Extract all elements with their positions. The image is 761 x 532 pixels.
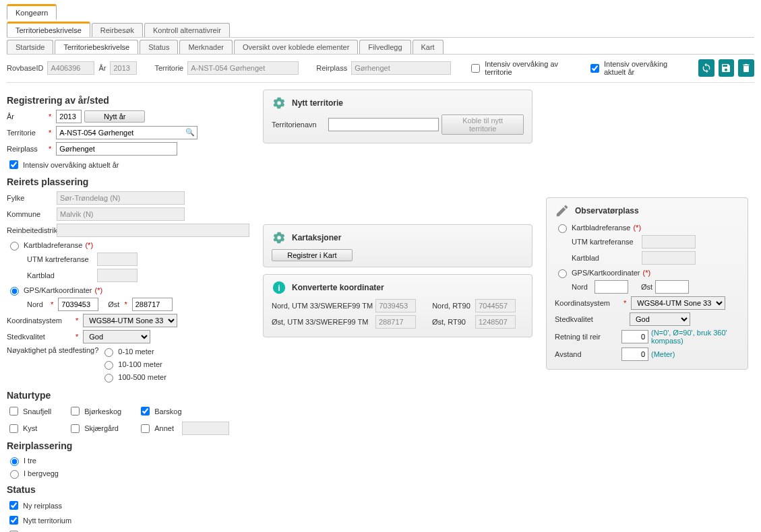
tab-merknader[interactable]: Merknader — [179, 40, 233, 54]
save-button[interactable] — [719, 59, 735, 77]
noy-10-100-radio[interactable] — [104, 361, 113, 370]
tab-filvedlegg[interactable]: Filvedlegg — [359, 40, 410, 54]
retning-field[interactable] — [621, 330, 648, 343]
kartaksjoner-panel: Kartaksjoner Registrer i Kart — [263, 224, 532, 267]
kommune-field — [57, 207, 185, 221]
obs-ost-field[interactable] — [655, 280, 689, 294]
paren-star: (*) — [633, 224, 641, 232]
koble-button[interactable]: Koble til nytt territorie — [442, 114, 524, 135]
itre-radio[interactable] — [10, 457, 19, 466]
nord-rt-label: Nord, RT90 — [432, 302, 473, 310]
nytt-ar-button[interactable]: Nytt år — [84, 110, 145, 123]
noy-100-500-radio[interactable] — [104, 374, 113, 383]
ost-field[interactable] — [132, 298, 173, 311]
retning-label: Retning til reir — [555, 333, 619, 341]
obs-utm-field — [642, 235, 696, 248]
nytt-terr-title: Nytt territorie — [292, 98, 343, 108]
konverterte-title: Konverterte koordinater — [292, 283, 384, 292]
noy-10-100-label: 10-100 meter — [118, 360, 162, 368]
koordsys-select[interactable]: WGS84-UTM Sone 33 — [83, 314, 177, 327]
nord-field[interactable] — [58, 298, 98, 311]
required-indicator: * — [49, 145, 51, 153]
svg-text:i: i — [278, 283, 280, 293]
ar-label: År — [98, 64, 106, 72]
registrer-kart-button[interactable]: Registrer i Kart — [272, 249, 353, 261]
bjork-checkbox[interactable] — [71, 407, 80, 415]
kyst-checkbox[interactable] — [9, 424, 18, 433]
tab-main-kongeorn[interactable]: Kongeørn — [7, 4, 57, 20]
konverterte-panel: i Konverterte koordinater Nord, UTM 33/S… — [263, 274, 532, 337]
nytt-territorie-panel: Nytt territorie Territorienavn Koble til… — [263, 90, 532, 143]
intensiv-aktuelt-label: Intensiv overvåking aktuelt år — [604, 60, 690, 76]
refresh-button[interactable] — [698, 59, 714, 77]
paren-star: (*) — [95, 286, 103, 294]
territorie-field[interactable] — [56, 126, 197, 139]
noy-0-10-radio[interactable] — [104, 348, 113, 357]
terr-navn-label: Territorienavn — [272, 121, 326, 129]
intensiv-reg-checkbox[interactable] — [9, 160, 18, 169]
tab-startside[interactable]: Startside — [7, 40, 53, 54]
tab-territoriebeskrivelse[interactable]: Territoriebeskrivelse — [55, 40, 138, 54]
terr-navn-field[interactable] — [328, 118, 439, 131]
ost-rt-label: Øst, RT90 — [432, 318, 473, 326]
paren-star: (*) — [85, 241, 93, 249]
intensiv-aktuelt-checkbox[interactable] — [590, 64, 599, 73]
skjaer-label: Skjærgård — [84, 424, 119, 432]
nord-rt-field — [475, 299, 516, 312]
gps-radio[interactable] — [10, 287, 19, 296]
avstand-field[interactable] — [621, 347, 648, 361]
stedkval-select[interactable]: God — [83, 330, 150, 343]
barskog-label: Barskog — [154, 407, 181, 415]
gps-label: GPS/Kartkoordinater — [24, 286, 92, 294]
reinbeite-label: Reinbeitedistrikt — [7, 226, 54, 234]
nytt-terr-checkbox[interactable] — [9, 516, 18, 525]
required-indicator: * — [75, 317, 78, 325]
registrering-title: Registrering av år/sted — [7, 95, 249, 106]
obs-utm-label: UTM kartreferanse — [572, 238, 639, 246]
noyaktighet-label: Nøyaktighet på stedfesting? — [7, 346, 98, 354]
obs-stedkval-label: Stedkvalitet — [555, 315, 619, 323]
bjork-label: Bjørkeskog — [84, 407, 121, 415]
ibergvegg-radio[interactable] — [10, 470, 19, 479]
obs-kartbladref-radio[interactable] — [558, 224, 567, 233]
tab-sub-kontroll[interactable]: Kontroll alternativreir — [144, 23, 230, 37]
stedkval-label: Stedkvalitet — [7, 333, 71, 341]
obs-stedkval-select[interactable]: God — [630, 312, 690, 326]
tab-status[interactable]: Status — [140, 40, 178, 54]
required-indicator: * — [49, 129, 51, 137]
barskog-checkbox[interactable] — [141, 407, 150, 415]
territorie-top-field — [187, 61, 299, 75]
obs-gps-label: GPS/Kartkoordinater — [572, 269, 640, 277]
ost-label: Øst — [108, 300, 119, 308]
skjaer-checkbox[interactable] — [71, 424, 80, 433]
rovbaseid-field — [47, 61, 94, 75]
tab-sub-reirbesok[interactable]: Reirbesøk — [92, 23, 143, 37]
kartbladref-radio[interactable] — [10, 242, 19, 251]
required-indicator: * — [49, 112, 51, 121]
ar-field[interactable] — [56, 110, 82, 123]
intensiv-terr-checkbox[interactable] — [471, 64, 480, 73]
ost-utm-label: Øst, UTM 33/SWEREF99 TM — [272, 318, 373, 326]
ost-rt-field — [475, 315, 516, 329]
annet-field — [182, 422, 229, 435]
observator-title: Observatørplass — [575, 206, 639, 215]
avstand-label: Avstand — [555, 350, 619, 358]
obs-nord-field[interactable] — [595, 280, 628, 294]
tab-oversikt[interactable]: Oversikt over koblede elementer — [234, 40, 358, 54]
tab-kart[interactable]: Kart — [413, 40, 444, 54]
nord-utm-label: Nord, UTM 33/SWEREF99 TM — [272, 302, 373, 310]
obs-koordsys-select[interactable]: WGS84-UTM Sone 33 — [631, 296, 725, 310]
snaufjell-checkbox[interactable] — [9, 407, 18, 415]
ny-reir-checkbox[interactable] — [9, 501, 18, 510]
obs-kartbladref-label: Kartbladreferanse — [572, 224, 630, 232]
tab-sub-territoriebeskrivelse[interactable]: Territoriebeskrivelse — [7, 22, 90, 37]
fylke-field — [57, 191, 185, 205]
delete-button[interactable] — [738, 59, 754, 77]
obs-gps-radio[interactable] — [558, 269, 567, 278]
reirplassering-title: Reirplassering — [7, 440, 249, 451]
reirplass-field[interactable] — [56, 142, 177, 156]
annet-checkbox[interactable] — [141, 424, 150, 433]
ar-label: År — [7, 112, 44, 121]
required-indicator: * — [124, 300, 127, 308]
obs-ost-label: Øst — [641, 283, 652, 291]
